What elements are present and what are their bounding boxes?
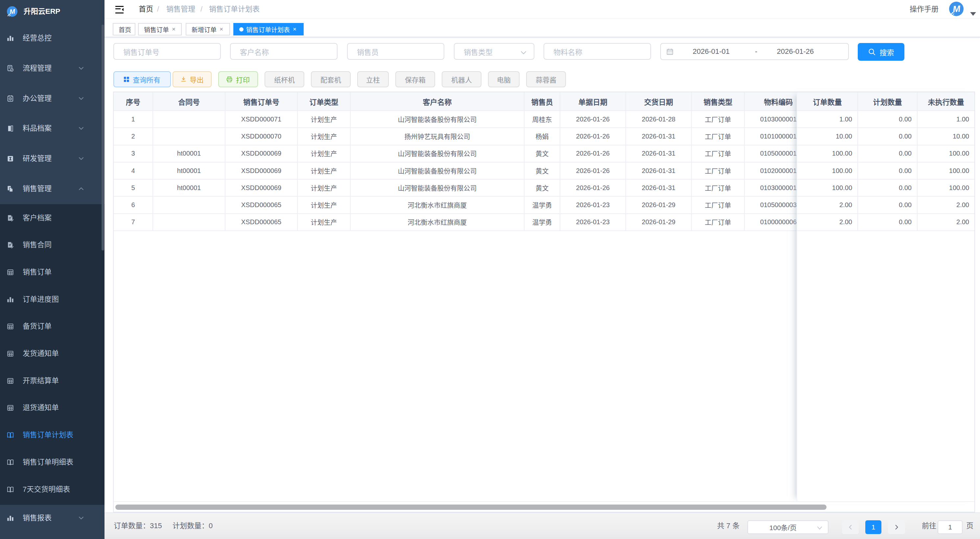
svg-text:M: M [952, 3, 961, 14]
svg-text:M: M [9, 8, 16, 15]
